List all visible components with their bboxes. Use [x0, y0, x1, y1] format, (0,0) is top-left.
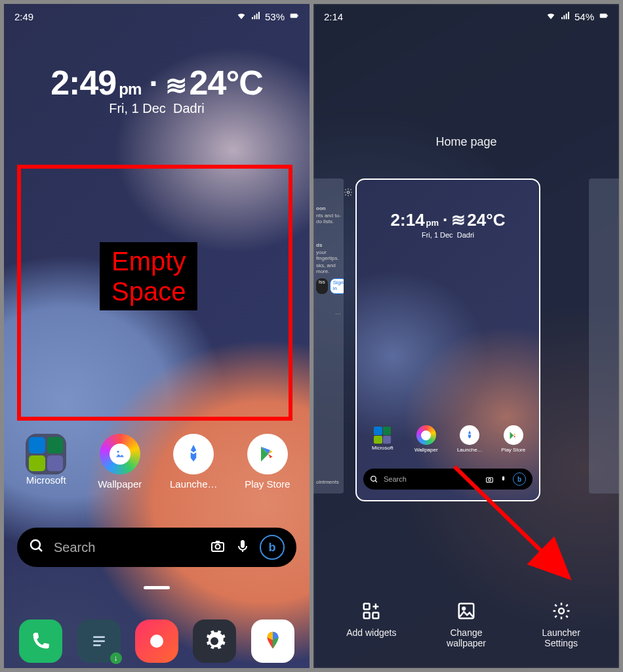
side-page-feed[interactable]: oon nts and to-do lists. ds your fingert… [313, 178, 344, 494]
app-label: Launche… [170, 478, 218, 490]
svg-point-17 [347, 191, 350, 194]
camera-icon [485, 475, 494, 484]
mini-app-playstore: Play Store [494, 425, 533, 453]
home-page-title: Home page [313, 135, 619, 149]
right-screenshot: 2:14 54% Home page oon nts and to-do lis… [313, 4, 619, 668]
svg-point-29 [559, 608, 564, 614]
mini-app-wallpaper: Wallpaper [407, 425, 446, 453]
change-wallpaper-button[interactable]: Change wallpaper [427, 601, 506, 648]
dock-maps[interactable] [251, 620, 294, 663]
widgets-icon [361, 601, 381, 621]
svg-point-18 [371, 476, 376, 481]
launcher-settings-button[interactable]: Launcher Settings [522, 601, 601, 648]
status-time: 2:49 [14, 11, 33, 22]
signal-icon [251, 10, 261, 23]
signin-button[interactable]: Sign in [330, 278, 344, 294]
battery-icon [598, 10, 609, 23]
mini-app-row: Microsoft Wallpaper Launche… Play Store [357, 425, 539, 453]
clock-temp: 24°C [190, 63, 263, 102]
side-page-right[interactable] [589, 178, 619, 494]
wifi-icon [546, 10, 556, 23]
app-microsoft-folder[interactable]: Microsoft [13, 434, 79, 490]
dock-camera[interactable] [135, 620, 178, 663]
svg-point-8 [216, 545, 220, 549]
wifi-icon [236, 10, 247, 23]
signal-icon [560, 10, 571, 23]
annotation-empty-space-label: EmptySpace [100, 242, 197, 310]
bing-icon[interactable]: b [260, 535, 285, 560]
svg-point-28 [462, 607, 465, 610]
launcher-options-row: Add widgets Change wallpaper Launcher Se… [313, 601, 619, 648]
svg-rect-2 [291, 13, 298, 18]
svg-rect-26 [373, 613, 379, 619]
dock-notes[interactable]: ↓ [77, 620, 121, 663]
clock-location: Dadri [173, 101, 205, 116]
microsoft-folder-icon [26, 434, 66, 474]
option-label: Launcher Settings [542, 627, 580, 648]
clock-weather-widget[interactable]: 2:49pm · ≋ 24°C Fri, 1 Dec Dadri [4, 63, 310, 116]
search-icon [29, 538, 45, 556]
svg-rect-15 [600, 13, 607, 18]
app-play-store[interactable]: Play Store [235, 434, 300, 490]
option-label: Change wallpaper [447, 627, 486, 648]
camera-icon[interactable] [210, 538, 226, 556]
svg-rect-3 [297, 14, 298, 16]
svg-rect-9 [241, 540, 245, 548]
home-indicator[interactable] [144, 586, 170, 589]
wallpaper-app-icon [100, 434, 140, 474]
separator-dot: · [149, 66, 157, 102]
app-wallpaper[interactable]: Wallpaper [87, 434, 153, 490]
battery-percent: 54% [574, 11, 594, 22]
mic-icon [499, 475, 508, 484]
svg-line-19 [375, 480, 377, 482]
wallpaper-icon [456, 601, 476, 621]
clock-ampm: pm [119, 80, 141, 98]
launcher-app-icon [173, 434, 214, 474]
home-app-row: Microsoft Wallpaper Launche… Play Store [4, 434, 310, 490]
search-placeholder: Search [54, 540, 201, 555]
svg-rect-25 [364, 613, 370, 619]
weather-haze-icon: ≋ [165, 70, 187, 100]
dock: ↓ [4, 620, 310, 663]
app-label: Play Store [245, 478, 290, 490]
svg-point-21 [489, 478, 491, 481]
bing-icon: b [513, 472, 526, 486]
svg-point-5 [31, 540, 40, 549]
annotation-empty-space-box: EmptySpace [17, 165, 292, 421]
dock-settings[interactable] [193, 620, 236, 663]
status-time: 2:14 [324, 11, 343, 22]
option-label: Add widgets [346, 627, 396, 638]
add-widgets-button[interactable]: Add widgets [332, 601, 411, 648]
play-store-icon [247, 434, 288, 474]
app-launcher[interactable]: Launche… [161, 434, 226, 490]
mini-app-launcher: Launche… [450, 425, 489, 453]
left-screenshot: 2:49 53% 2:49pm · ≋ 24°C Fri, 1 Dec Dadr… [4, 4, 310, 668]
svg-point-4 [117, 451, 119, 453]
clock-time: 2:49 [50, 63, 116, 102]
battery-icon [289, 10, 299, 23]
app-label: Microsoft [26, 474, 66, 486]
mini-clock-widget: 2:14pm ·≋24°C Fri, 1 Dec Dadri [357, 210, 539, 239]
app-label: Wallpaper [98, 478, 142, 490]
gear-icon [552, 601, 571, 621]
mic-icon[interactable] [235, 538, 251, 556]
svg-rect-22 [502, 476, 504, 480]
home-page-preview[interactable]: 2:14pm ·≋24°C Fri, 1 Dec Dadri Microsoft… [355, 178, 540, 501]
dismiss-button[interactable]: iss [316, 278, 328, 294]
weather-haze-icon: ≋ [451, 210, 466, 230]
battery-percent: 53% [265, 11, 285, 22]
dock-phone[interactable] [19, 620, 62, 663]
svg-line-6 [39, 548, 42, 551]
page-preview-row: oon nts and to-do lists. ds your fingert… [313, 178, 619, 507]
mini-app-microsoft: Microsoft [363, 425, 402, 453]
status-bar: 2:14 54% [313, 4, 619, 29]
feed-settings-icon[interactable] [344, 188, 607, 200]
clock-date: Fri, 1 Dec [109, 101, 166, 116]
svg-rect-16 [607, 14, 607, 16]
search-bar[interactable]: Search b [17, 528, 296, 567]
status-bar: 2:49 53% [4, 4, 310, 29]
mini-search-bar: Search b [363, 469, 533, 490]
svg-rect-24 [364, 604, 370, 610]
